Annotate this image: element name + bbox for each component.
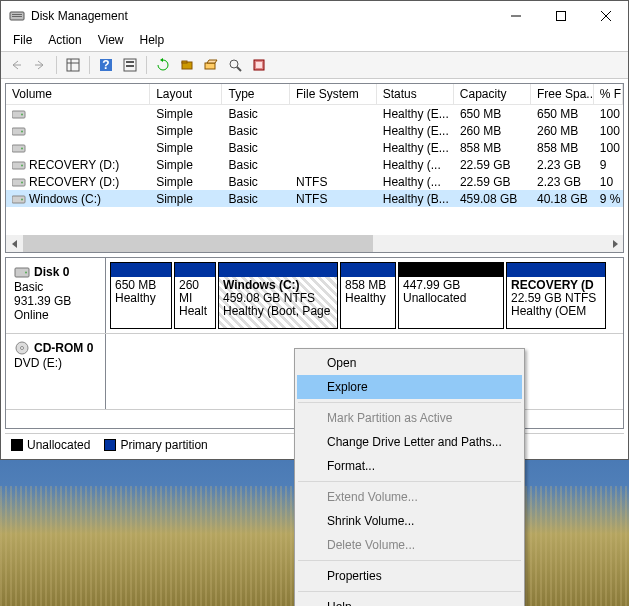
partition-body: RECOVERY (D22.59 GB NTFSHealthy (OEM [507, 277, 605, 328]
partition-colorbar [341, 263, 395, 277]
cell: 100 [594, 106, 623, 122]
toolbar: ? [1, 51, 628, 79]
cell: 2.23 GB [531, 157, 594, 173]
menu-view[interactable]: View [90, 31, 132, 51]
svg-rect-24 [12, 111, 25, 118]
close-button[interactable] [583, 1, 628, 31]
scroll-left-button[interactable] [6, 235, 23, 252]
context-menu-item[interactable]: Shrink Volume... [297, 509, 522, 533]
cell: Simple [150, 106, 222, 122]
context-menu[interactable]: OpenExploreMark Partition as ActiveChang… [294, 348, 525, 606]
action-icon[interactable] [248, 54, 270, 76]
cell: Healthy (E... [377, 123, 454, 139]
cell: Basic [223, 140, 291, 156]
cell [6, 106, 150, 122]
forward-button [29, 54, 51, 76]
menubar: File Action View Help [1, 31, 628, 51]
scroll-right-button[interactable] [606, 235, 623, 252]
cell: Healthy (... [377, 157, 454, 173]
volume-row[interactable]: RECOVERY (D:)SimpleBasicNTFSHealthy (...… [6, 173, 623, 190]
drive-icon [12, 159, 26, 171]
column-header[interactable]: Capacity [454, 84, 531, 104]
help-button[interactable]: ? [95, 54, 117, 76]
disk-label[interactable]: Disk 0Basic931.39 GBOnline [6, 258, 106, 333]
context-menu-item[interactable]: Explore [297, 375, 522, 399]
partition-colorbar [507, 263, 605, 277]
cell: Simple [150, 191, 222, 207]
partition-body: 260 MIHealt [175, 277, 215, 328]
titlebar[interactable]: Disk Management [1, 1, 628, 31]
column-header[interactable]: File System [290, 84, 377, 104]
disk-size: 931.39 GB [14, 294, 97, 308]
partition[interactable]: RECOVERY (D22.59 GB NTFSHealthy (OEM [506, 262, 606, 329]
partition-colorbar [399, 263, 503, 277]
scroll-thumb[interactable] [23, 235, 373, 252]
cell: 650 MB [454, 106, 531, 122]
partition-status: Healt [179, 305, 211, 318]
column-header[interactable]: Status [377, 84, 454, 104]
column-header[interactable]: Free Spa... [531, 84, 594, 104]
maximize-button[interactable] [538, 1, 583, 31]
context-menu-item[interactable]: Open [297, 351, 522, 375]
disk-partitions: 650 MBHealthy260 MIHealtWindows (C:)459.… [106, 258, 623, 333]
partition[interactable]: 260 MIHealt [174, 262, 216, 329]
cell: RECOVERY (D:) [6, 174, 150, 190]
disk-type: DVD (E:) [14, 356, 97, 370]
disk-label[interactable]: CD-ROM 0DVD (E:) [6, 334, 106, 409]
refresh-icon[interactable] [152, 54, 174, 76]
svg-rect-30 [12, 162, 25, 169]
disk-row[interactable]: Disk 0Basic931.39 GBOnline650 MBHealthy2… [6, 258, 623, 334]
volume-row[interactable]: SimpleBasicHealthy (E...650 MB650 MB100 [6, 105, 623, 122]
scroll-track[interactable] [23, 235, 606, 252]
column-header[interactable]: % F [594, 84, 623, 104]
partition[interactable]: Windows (C:)459.08 GB NTFSHealthy (Boot,… [218, 262, 338, 329]
search-icon[interactable] [224, 54, 246, 76]
menu-file[interactable]: File [5, 31, 40, 51]
open-icon[interactable] [200, 54, 222, 76]
drive-icon [12, 142, 26, 154]
context-menu-item[interactable]: Format... [297, 454, 522, 478]
horizontal-scrollbar[interactable] [6, 235, 623, 252]
menu-action[interactable]: Action [40, 31, 89, 51]
cell: 9 % [594, 191, 623, 207]
volume-row[interactable]: SimpleBasicHealthy (E...260 MB260 MB100 [6, 122, 623, 139]
cell [6, 140, 150, 156]
svg-line-21 [237, 67, 241, 71]
svg-rect-18 [182, 61, 187, 63]
disk-status: Online [14, 308, 97, 322]
settings-button[interactable] [119, 54, 141, 76]
context-menu-item: Extend Volume... [297, 485, 522, 509]
volume-row[interactable]: Windows (C:)SimpleBasicNTFSHealthy (B...… [6, 190, 623, 207]
column-header[interactable]: Type [222, 84, 290, 104]
volume-row[interactable]: SimpleBasicHealthy (E...858 MB858 MB100 [6, 139, 623, 156]
partition-body: 447.99 GBUnallocated [399, 277, 503, 328]
context-menu-item: Delete Volume... [297, 533, 522, 557]
context-menu-item[interactable]: Help [297, 595, 522, 606]
partition-colorbar [175, 263, 215, 277]
volume-row[interactable]: RECOVERY (D:)SimpleBasicHealthy (...22.5… [6, 156, 623, 173]
svg-point-20 [230, 60, 238, 68]
svg-rect-34 [12, 196, 25, 203]
cell: NTFS [290, 174, 377, 190]
disk-icon [14, 340, 30, 356]
column-header[interactable]: Layout [150, 84, 222, 104]
minimize-button[interactable] [493, 1, 538, 31]
menu-help[interactable]: Help [132, 31, 173, 51]
context-menu-item[interactable]: Properties [297, 564, 522, 588]
cell: 650 MB [531, 106, 594, 122]
partition[interactable]: 858 MBHealthy [340, 262, 396, 329]
cell: Healthy (E... [377, 140, 454, 156]
column-header[interactable]: Volume [6, 84, 150, 104]
rescan-icon[interactable] [176, 54, 198, 76]
svg-rect-23 [256, 62, 262, 68]
drive-icon [12, 125, 26, 137]
drive-icon [12, 193, 26, 205]
svg-point-29 [21, 148, 23, 150]
view-options-button[interactable] [62, 54, 84, 76]
cell: 260 MB [454, 123, 531, 139]
context-menu-item[interactable]: Change Drive Letter and Paths... [297, 430, 522, 454]
partition-colorbar [111, 263, 171, 277]
partition-unallocated[interactable]: 447.99 GBUnallocated [398, 262, 504, 329]
partition[interactable]: 650 MBHealthy [110, 262, 172, 329]
volume-list[interactable]: VolumeLayoutTypeFile SystemStatusCapacit… [5, 83, 624, 253]
